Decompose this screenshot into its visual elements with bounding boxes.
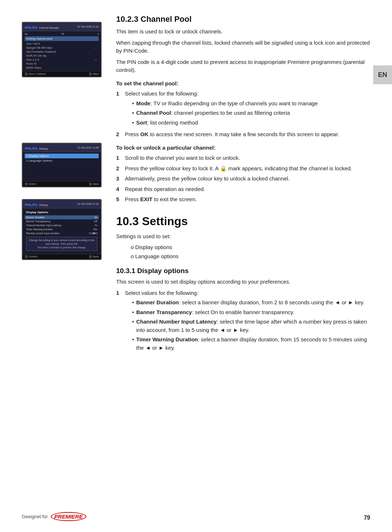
footer-suitable-text: Geeignet für <box>22 514 48 519</box>
tv-row: Spiegel DE BW dlps--- <box>25 46 99 50</box>
tv-row: Test 1.3 S--- <box>25 58 99 62</box>
tv-footer-left-1: ⬛ Save / Unblock <box>25 73 46 76</box>
tv-header-1: PHILIPS Channel Manager 01 Feb 2006 12:1… <box>23 23 101 31</box>
tv-body-3: Display Options Banner Duration9s Banner… <box>23 208 101 254</box>
display-step-1: 1 Select values for the following: Banne… <box>116 289 370 354</box>
tv-header-3: PHILIPS Settings 01 Feb 2006 12:19 <box>23 200 101 208</box>
bullet-sort: Sort: list ordering method <box>132 119 318 127</box>
set-channel-pool-heading: To set the channel pool: <box>116 80 370 88</box>
tv-display-title: Display Options <box>25 210 99 215</box>
premiere-logo: PREMIERE <box>51 512 86 521</box>
tv-footer-right-1: ⬛ Back <box>89 73 99 76</box>
lock-step-3: 3 Alternatively, press the yellow colour… <box>116 175 370 183</box>
tv-footer-confirm: ⬛ Confirm <box>25 255 37 258</box>
display-step-1-bullets: Banner Duration: select a banner display… <box>132 299 370 352</box>
tv-datetime-3: 01 Feb 2006 12:19 <box>77 203 99 205</box>
tv-footer-2: ⬛ Select ⬛ Back <box>23 181 101 187</box>
page-number: 79 <box>364 515 370 521</box>
text-content-column: 10.2.3 Channel Pool This item is used to… <box>116 15 370 356</box>
step-1-bullets: Mode: TV or Radio depending on the type … <box>132 100 318 127</box>
tv-screenshot-display-options: PHILIPS Settings 01 Feb 2006 12:19 Displ… <box>22 199 102 260</box>
footer: Geeignet für PREMIERE <box>22 512 86 521</box>
tv-info-box: Change the setting of your remote contro… <box>26 237 97 251</box>
tv-menu-display: 1 Display Options <box>25 154 99 158</box>
set-channel-pool-steps: 1 Select values for the following: Mode:… <box>116 90 370 139</box>
lock-step-1: 1 Scroll to the channel you want to lock… <box>116 154 370 162</box>
tv-footer-back-3: ⬛ Back <box>89 255 99 258</box>
settings-heading: 10.3 Settings <box>116 215 370 228</box>
tv-logo-3: PHILIPS Settings <box>25 201 48 207</box>
channel-pool-para2: The PIN code is a 4-digit code used to p… <box>116 58 370 74</box>
tv-menu-language: 2 Language Options <box>25 158 99 163</box>
lock-unlock-steps: 1 Scroll to the channel you want to lock… <box>116 154 370 204</box>
screenshots-column: PHILIPS Channel Manager 01 Feb 2006 12:1… <box>22 15 105 356</box>
bullet-channel-pool: Channel Pool: channel properties to be u… <box>132 109 318 117</box>
bullet-banner-duration: Banner Duration: select a banner display… <box>132 299 370 307</box>
tv-logo-1: PHILIPS Channel Manager <box>25 24 59 30</box>
tv-setting-row: Banner TransparencyOff <box>25 219 99 223</box>
settings-bullets: Display options Language options <box>131 243 370 260</box>
tv-setting-row: Banner Duration9s <box>25 215 99 219</box>
tv-row: Form Xt <box>25 62 99 66</box>
tv-row: SOR.RT DE dlp <box>25 54 99 58</box>
tv-screenshot-channel-pool: PHILIPS Channel Manager 01 Feb 2006 12:1… <box>22 22 102 77</box>
tv-row: Sort / Hit 3 <box>25 42 99 46</box>
lock-step-5: 5 Press EXIT to exit the screen. <box>116 195 370 204</box>
tv-footer-3: ⬛ Confirm ⬛ Back <box>23 254 101 259</box>
tv-setting-row: Remote control input duration 7s <box>25 231 99 235</box>
lock-unlock-heading: To lock or unlock a particular channel: <box>116 144 370 152</box>
display-options-steps: 1 Select values for the following: Banne… <box>116 289 370 354</box>
channel-pool-intro: This item is used to lock or unlock chan… <box>116 28 370 36</box>
settings-bullet-display: Display options <box>131 243 370 252</box>
tv-row: WOR Video <box>25 66 99 70</box>
tv-body-2: 1 Display Options 2 Language Options <box>23 152 101 181</box>
bullet-timer-warning: Timer Warning Duration: select a banner … <box>132 336 370 352</box>
bullet-banner-transparency: Banner Transparency: select On to enable… <box>132 308 370 317</box>
display-options-intro: This screen is used to set display optio… <box>116 278 370 286</box>
tv-setting-row: Channel Number Input Latency7s <box>25 223 99 227</box>
tv-row: Sat Formation Salaerst <box>25 50 99 54</box>
tv-footer-1: ⬛ Save / Unblock ⬛ Back <box>23 71 101 77</box>
tv-datetime-2: 12 July 2001 11:06 <box>77 146 99 149</box>
channel-pool-heading: 10.2.3 Channel Pool <box>116 15 370 24</box>
display-options-heading: 10.3.1 Display options <box>116 267 370 275</box>
tv-screenshot-settings: PHILIPS Settings 12 July 2001 11:06 1 Di… <box>22 143 102 187</box>
step-1-set: 1 Select values for the following: Mode:… <box>116 90 370 128</box>
settings-intro: Settings is used to set: <box>116 232 370 241</box>
settings-bullet-language: Language options <box>131 252 370 261</box>
bullet-channel-latency: Channel Number Input Latency: select the… <box>132 318 370 334</box>
lock-step-4: 4 Repeat this operation as needed. <box>116 185 370 194</box>
tv-setting-row: Timer Warning Duration30s <box>25 227 99 231</box>
tv-logo-2: PHILIPS Settings <box>25 145 48 151</box>
channel-pool-para1: When zapping through the channel lists, … <box>116 39 370 55</box>
tv-footer-back-2: ⬛ Back <box>89 183 99 186</box>
lock-step-2: 2 Press the yellow colour key to lock it… <box>116 165 370 173</box>
tv-datetime-1: 01 Feb 2006 12:19 <box>77 25 99 28</box>
tv-highlight-row-1: Setting channel pool <box>25 36 99 41</box>
step-2-set: 2 Press OK to access the next screen. It… <box>116 130 370 139</box>
tv-header-2: PHILIPS Settings 12 July 2001 11:06 <box>23 143 101 152</box>
bullet-mode: Mode: TV or Radio depending on the type … <box>132 100 318 108</box>
tv-footer-select: ⬛ Select <box>25 183 36 186</box>
tv-body-1: nb 76 x Setting channel pool Sort / Hit … <box>23 31 101 71</box>
